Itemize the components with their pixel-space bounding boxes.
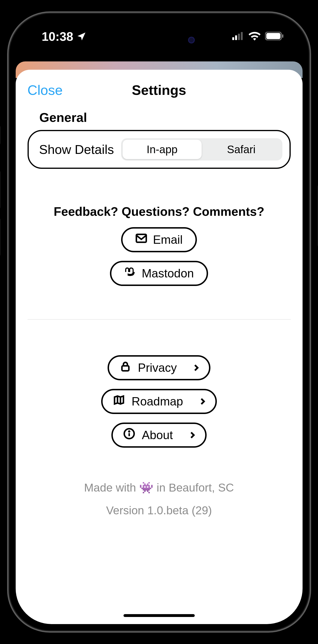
hw-button-silent [0, 126, 1, 145]
svg-rect-2 [238, 34, 240, 40]
wifi-icon [248, 32, 261, 42]
segment-safari[interactable]: Safari [202, 140, 281, 159]
footer: Made with 👾 in Beaufort, SC Version 1.0.… [28, 481, 291, 517]
feedback-heading: Feedback? Questions? Comments? [54, 204, 264, 218]
location-icon [77, 30, 86, 44]
map-icon [113, 394, 125, 409]
show-details-label: Show Details [39, 142, 114, 157]
status-bar: 10:38 [16, 20, 302, 53]
roadmap-button-label: Roadmap [131, 394, 183, 408]
settings-sheet: Close Settings General Show Details In-a… [16, 70, 302, 624]
hw-button-volume-up [0, 171, 1, 209]
made-with-suffix: in Beaufort, SC [153, 481, 234, 494]
sheet-title: Settings [132, 82, 186, 98]
show-details-segmented-control[interactable]: In-app Safari [121, 138, 282, 160]
info-icon [123, 428, 135, 442]
section-divider [28, 319, 291, 320]
email-button[interactable]: Email [121, 227, 197, 252]
sheet-header: Close Settings [28, 79, 291, 100]
segment-in-app[interactable]: In-app [122, 140, 202, 159]
chevron-right-icon [183, 361, 200, 375]
home-indicator[interactable] [123, 614, 195, 617]
feedback-section: Feedback? Questions? Comments? Email [28, 204, 291, 286]
roadmap-button[interactable]: Roadmap [101, 389, 217, 414]
svg-rect-3 [241, 32, 243, 40]
about-button-label: About [142, 428, 173, 442]
space-invader-emoji: 👾 [139, 481, 153, 494]
email-button-wrap: Email [121, 227, 197, 252]
status-time: 10:38 [42, 30, 73, 44]
nav-list: Privacy Roadmap [28, 355, 291, 448]
chevron-right-icon [190, 394, 206, 408]
email-button-label: Email [153, 233, 183, 246]
svg-rect-5 [266, 33, 280, 39]
about-button[interactable]: About [111, 422, 207, 448]
mastodon-button-label: Mastodon [142, 266, 194, 280]
privacy-button-wrap: Privacy [108, 355, 211, 380]
svg-rect-0 [232, 37, 234, 40]
privacy-button[interactable]: Privacy [108, 355, 211, 380]
hw-button-volume-down [0, 218, 1, 256]
phone-body: 10:38 [7, 12, 311, 632]
close-button[interactable]: Close [28, 82, 63, 98]
status-bar-left: 10:38 [42, 30, 86, 44]
cellular-icon [232, 32, 244, 41]
lock-icon [119, 360, 131, 375]
version-line: Version 1.0.beta (29) [106, 504, 212, 517]
chevron-right-icon [180, 428, 196, 442]
mastodon-button[interactable]: Mastodon [110, 261, 208, 286]
envelope-icon [135, 232, 147, 247]
svg-rect-7 [136, 234, 146, 242]
status-bar-right [232, 32, 283, 42]
device-frame: 10:38 [0, 0, 318, 644]
made-with-prefix: Made with [84, 481, 139, 494]
about-button-wrap: About [111, 422, 207, 448]
privacy-button-label: Privacy [138, 361, 177, 375]
svg-rect-6 [282, 34, 283, 38]
battery-icon [265, 32, 283, 41]
made-with-line: Made with 👾 in Beaufort, SC [84, 481, 234, 494]
svg-point-11 [129, 431, 129, 432]
svg-rect-8 [122, 366, 129, 371]
show-details-card: Show Details In-app Safari [28, 130, 291, 169]
screen: 10:38 [16, 20, 302, 624]
mastodon-icon [124, 266, 136, 281]
section-header-general: General [39, 110, 291, 125]
mastodon-button-wrap: Mastodon [110, 261, 208, 286]
roadmap-button-wrap: Roadmap [101, 389, 217, 414]
svg-rect-1 [235, 35, 237, 40]
